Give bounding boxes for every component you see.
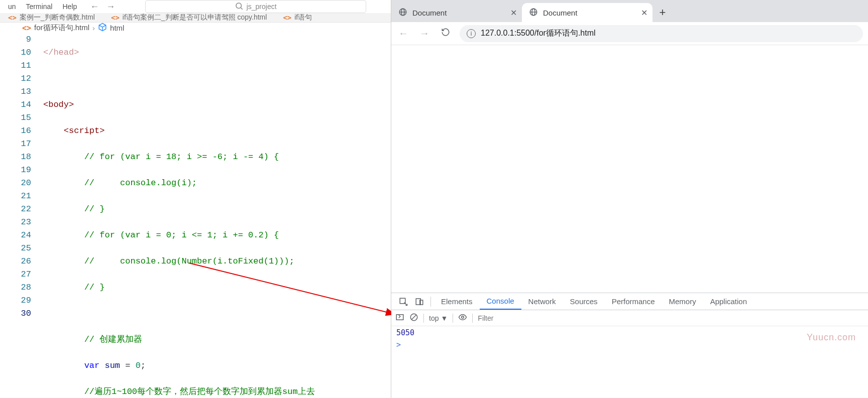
breadcrumb: <> for循环语句.html › html xyxy=(0,23,391,33)
close-tab-icon[interactable]: ✕ xyxy=(641,8,647,18)
console-sidebar-toggle-icon[interactable] xyxy=(395,313,404,323)
devtools-tab-bar: Elements Console Network Sources Perform… xyxy=(391,293,868,310)
line-number: 18 xyxy=(0,151,31,164)
menu-help[interactable]: Help xyxy=(57,3,82,11)
devtools-tab-application[interactable]: Application xyxy=(703,293,754,310)
breadcrumb-node[interactable]: html xyxy=(110,24,124,32)
html-file-icon: <> xyxy=(111,14,120,22)
svg-point-16 xyxy=(462,316,464,319)
line-number: 23 xyxy=(0,216,31,229)
symbol-icon xyxy=(98,23,107,33)
devtools-tab-elements[interactable]: Elements xyxy=(434,293,480,310)
svg-line-15 xyxy=(412,315,416,320)
line-number: 21 xyxy=(0,190,31,203)
line-number: 26 xyxy=(0,255,31,268)
code-editor[interactable]: 9 10 11 12 13 14 15 16 17 18 19 20 21 22… xyxy=(0,33,391,398)
devtools-panel: Elements Console Network Sources Perform… xyxy=(391,293,868,398)
browser-pane: Document ✕ Document ✕ + ← → i 127.0.0.1:… xyxy=(391,0,868,398)
browser-tab-strip: Document ✕ Document ✕ + xyxy=(391,0,868,22)
console-filter-input[interactable] xyxy=(478,314,864,322)
context-selector[interactable]: top ▼ xyxy=(429,314,448,322)
browser-forward-icon[interactable]: → xyxy=(417,28,431,39)
console-toolbar: top ▼ xyxy=(391,310,868,326)
device-toolbar-icon[interactable] xyxy=(411,297,427,306)
browser-tab-1[interactable]: Document ✕ xyxy=(391,3,522,22)
devtools-tab-memory[interactable]: Memory xyxy=(662,293,703,310)
editor-pane: un Terminal Help ← → js_project <> 案例一_判… xyxy=(0,0,391,398)
line-number: 29 xyxy=(0,294,31,307)
code-content[interactable]: </head> <body> <script> // for (var i = … xyxy=(43,33,391,398)
line-number: 9 xyxy=(0,33,31,46)
editor-tab-3-label: if语句 xyxy=(294,13,312,22)
line-number: 16 xyxy=(0,124,31,138)
editor-tab-1[interactable]: <> 案例一_判断奇偶数.html xyxy=(0,13,103,22)
globe-icon xyxy=(529,8,538,18)
menu-bar: un Terminal Help ← → js_project xyxy=(0,0,391,13)
url-field[interactable]: i 127.0.0.1:5500/for循环语句.html xyxy=(460,25,863,42)
editor-tab-bar: <> 案例一_判断奇偶数.html <> if语句案例二_判断是否可以申请驾照 … xyxy=(0,13,391,23)
page-viewport xyxy=(391,45,868,293)
new-tab-button[interactable]: + xyxy=(653,3,673,22)
browser-tab-2-title: Document xyxy=(543,9,577,17)
devtools-tab-network[interactable]: Network xyxy=(521,293,563,310)
line-number: 15 xyxy=(0,111,31,124)
line-number: 24 xyxy=(0,229,31,242)
console-filter[interactable] xyxy=(478,314,864,322)
browser-back-icon[interactable]: ← xyxy=(396,28,410,39)
devtools-tab-performance[interactable]: Performance xyxy=(605,293,662,310)
menu-run[interactable]: un xyxy=(3,3,21,11)
chevron-down-icon: ▼ xyxy=(441,314,448,322)
nav-back-icon[interactable]: ← xyxy=(90,2,99,12)
console-prompt[interactable]: > xyxy=(391,339,868,350)
prompt-icon: > xyxy=(396,340,401,349)
devtools-tab-console[interactable]: Console xyxy=(480,293,521,310)
browser-tab-2[interactable]: Document ✕ xyxy=(522,3,653,22)
site-info-icon[interactable]: i xyxy=(467,29,476,38)
context-label: top xyxy=(429,314,439,322)
editor-tab-1-label: 案例一_判断奇偶数.html xyxy=(20,13,95,22)
line-number: 28 xyxy=(0,281,31,294)
html-file-icon: <> xyxy=(22,24,31,33)
clear-console-icon[interactable] xyxy=(409,313,418,323)
browser-tab-1-title: Document xyxy=(412,9,447,17)
breadcrumb-file[interactable]: for循环语句.html xyxy=(34,23,89,33)
line-number: 20 xyxy=(0,177,31,190)
line-gutter: 9 10 11 12 13 14 15 16 17 18 19 20 21 22… xyxy=(0,33,43,398)
editor-tab-2-label: if语句案例二_判断是否可以申请驾照 copy.html xyxy=(123,13,267,22)
search-icon xyxy=(235,2,244,12)
line-number: 10 xyxy=(0,46,31,59)
line-number: 25 xyxy=(0,242,31,255)
console-log-value: 5050 xyxy=(396,328,414,337)
globe-icon xyxy=(398,8,407,18)
line-number: 27 xyxy=(0,268,31,281)
devtools-tab-sources[interactable]: Sources xyxy=(563,293,605,310)
address-bar: ← → i 127.0.0.1:5500/for循环语句.html xyxy=(391,22,868,45)
line-number: 11 xyxy=(0,59,31,72)
editor-tab-2[interactable]: <> if语句案例二_判断是否可以申请驾照 copy.html xyxy=(103,13,275,22)
svg-line-1 xyxy=(241,8,242,9)
line-number: 19 xyxy=(0,164,31,177)
chevron-right-icon: › xyxy=(92,24,95,32)
watermark-text: Yuucn.com xyxy=(807,332,856,343)
search-placeholder: js_project xyxy=(247,3,277,11)
line-number: 22 xyxy=(0,203,31,216)
inspect-element-icon[interactable] xyxy=(395,297,411,306)
live-expression-icon[interactable] xyxy=(458,313,467,323)
html-file-icon: <> xyxy=(283,14,291,22)
svg-point-0 xyxy=(236,3,242,9)
command-search[interactable]: js_project xyxy=(145,0,366,13)
line-number: 17 xyxy=(0,138,31,151)
nav-forward-icon[interactable]: → xyxy=(106,2,115,12)
browser-reload-icon[interactable] xyxy=(439,28,453,39)
menu-terminal[interactable]: Terminal xyxy=(21,3,58,11)
line-number: 12 xyxy=(0,72,31,85)
line-number: 14 xyxy=(0,98,31,111)
html-file-icon: <> xyxy=(8,14,17,22)
close-tab-icon[interactable]: ✕ xyxy=(510,8,517,18)
url-text: 127.0.0.1:5500/for循环语句.html xyxy=(481,28,596,39)
line-number: 30 xyxy=(0,307,31,320)
console-output: 5050 xyxy=(391,326,868,339)
editor-tab-3[interactable]: <> if语句 xyxy=(275,13,320,22)
line-number: 13 xyxy=(0,85,31,98)
